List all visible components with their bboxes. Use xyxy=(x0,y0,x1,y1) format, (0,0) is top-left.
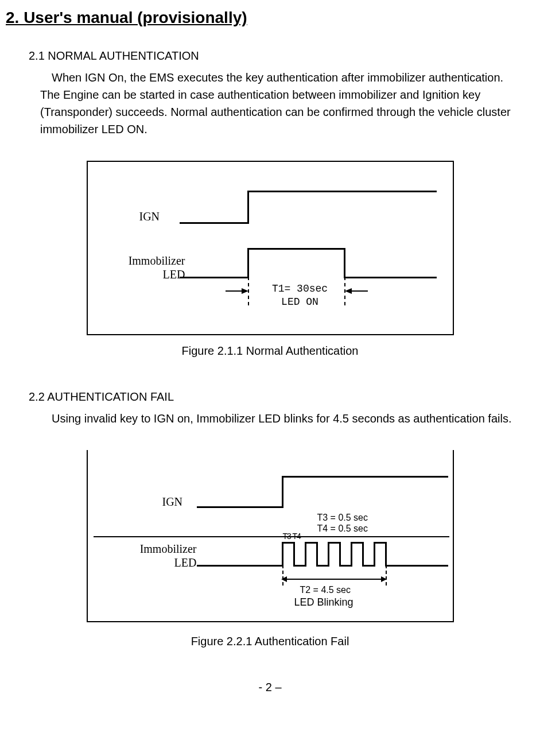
t3t4-label: T3 T4 xyxy=(283,530,301,542)
figure-2-2-1: IGN Immobilizer LED xyxy=(87,450,454,622)
led-blinking-label: LED Blinking xyxy=(294,595,353,610)
arrow-right-icon-2 xyxy=(381,576,387,582)
section-2-1-body: When IGN On, the EMS executes the key au… xyxy=(40,69,523,138)
figure-2-1-1: IGN Immobilizer LED T1= 30sec LED ON xyxy=(87,161,454,335)
section-2-2-title: 2.2 AUTHENTICATION FAIL xyxy=(29,388,529,405)
ign-label-2: IGN xyxy=(162,493,183,510)
page-title: 2. User's manual (provisionally) xyxy=(6,6,529,30)
timing-diagram-1: IGN Immobilizer LED T1= 30sec LED ON xyxy=(88,162,453,334)
ign-label: IGN xyxy=(139,208,160,225)
immobilizer-led-label-2: Immobilizer LED xyxy=(111,542,197,569)
t3-t4-values: T3 = 0.5 sec T4 = 0.5 sec xyxy=(317,512,368,534)
arrow-left-icon xyxy=(345,288,352,294)
section-2-2-body: Using invalid key to IGN on, Immobilizer… xyxy=(52,410,529,427)
t1-label: T1= 30sec LED ON xyxy=(260,282,340,309)
figure-2-2-1-caption: Figure 2.2.1 Authentication Fail xyxy=(11,633,529,650)
figure-2-1-1-caption: Figure 2.1.1 Normal Authentication xyxy=(11,342,529,359)
arrow-left-icon-2 xyxy=(281,576,287,582)
arrow-right-icon xyxy=(242,288,248,294)
immobilizer-led-label: Immobilizer LED xyxy=(99,254,185,281)
timing-diagram-2: IGN Immobilizer LED xyxy=(88,450,453,622)
page-number: - 2 – xyxy=(11,679,529,696)
section-2-1-title: 2.1 NORMAL AUTHENTICATION xyxy=(29,47,529,64)
